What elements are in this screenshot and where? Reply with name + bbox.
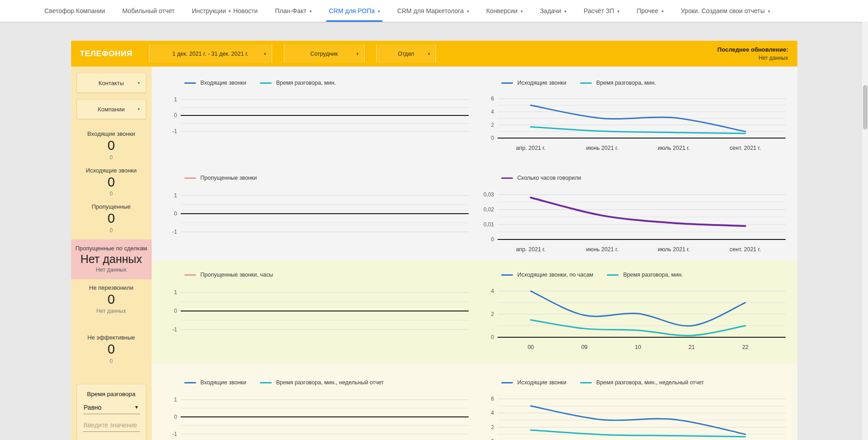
legend-item[interactable]: Входящие звонки xyxy=(184,80,246,86)
talk-time-title: Время разговора xyxy=(83,391,140,397)
chart-legend: Входящие звонкиВремя разговора, мин. xyxy=(184,79,472,86)
metric-sub-value: 0 xyxy=(73,227,150,234)
legend-line-swatch xyxy=(501,382,513,383)
svg-text:2: 2 xyxy=(491,122,494,128)
companies-filter[interactable]: Компании ▾ xyxy=(77,99,146,119)
tab-5[interactable]: CRM для Маркетолога▾ xyxy=(397,0,469,22)
legend-label: Пропущенные звонки xyxy=(201,175,257,181)
svg-text:0: 0 xyxy=(174,210,177,217)
svg-text:09: 09 xyxy=(581,344,587,350)
tab-2[interactable]: Инструкции + Новости xyxy=(192,0,258,22)
svg-text:-1: -1 xyxy=(172,431,177,437)
svg-text:1: 1 xyxy=(174,96,177,103)
tab-9[interactable]: Прочее▾ xyxy=(637,0,664,22)
talk-time-operator-select[interactable]: Равно ▼ xyxy=(83,397,140,414)
svg-text:4: 4 xyxy=(491,288,494,294)
legend-label: Время разговора, мин., недельный отчет xyxy=(276,379,384,386)
legend-line-swatch xyxy=(607,274,619,276)
hours-talked-monthly-chart: Сколько часов говорили0,030,020,010апр. … xyxy=(480,174,789,255)
incoming-calls-weekly-chart: Входящие звонкиВремя разговора, мин., не… xyxy=(163,379,472,440)
legend-line-swatch xyxy=(580,82,592,84)
chart-legend: Исходящие звонкиВремя разговора, мин., н… xyxy=(501,379,789,386)
missed-calls-monthly-chart: Пропущенные звонки10-1 xyxy=(163,174,472,255)
chart-legend: Сколько часов говорили xyxy=(501,174,789,182)
legend-line-swatch xyxy=(501,177,513,179)
metric-label: Не перезвонили xyxy=(73,284,150,291)
tab-6[interactable]: Конверсии▾ xyxy=(486,0,523,22)
metric-sub-value: Нет данных xyxy=(73,308,150,314)
metric-block-2: Пропущенные00 xyxy=(71,198,152,235)
svg-text:апр. 2021 г.: апр. 2021 г. xyxy=(516,145,545,151)
metric-value: Нет данных xyxy=(73,252,150,267)
incoming-calls-monthly-chart: Входящие звонкиВремя разговора, мин.10-1 xyxy=(163,79,472,153)
svg-text:-1: -1 xyxy=(172,128,177,134)
chevron-down-icon: ▾ xyxy=(467,8,469,14)
vertical-scrollbar[interactable] xyxy=(862,22,868,440)
metric-value: 0 xyxy=(73,291,150,308)
contacts-filter[interactable]: Контакты ▾ xyxy=(77,73,146,93)
legend-item[interactable]: Пропущенные звонки xyxy=(184,175,257,181)
metric-value: 0 xyxy=(73,210,150,227)
chevron-down-icon: ▾ xyxy=(138,81,140,85)
legend-item[interactable]: Время разговора, мин. xyxy=(580,80,656,86)
scrollbar-thumb[interactable] xyxy=(863,85,868,129)
svg-text:4: 4 xyxy=(491,109,494,115)
legend-item[interactable]: Входящие звонки xyxy=(184,379,246,386)
tab-label: CRM для РОПа xyxy=(329,7,374,14)
chevron-down-icon: ▾ xyxy=(356,52,359,56)
chart-legend: Входящие звонкиВремя разговора, мин., не… xyxy=(184,379,472,386)
tab-4[interactable]: CRM для РОПа▾ xyxy=(329,0,380,22)
svg-text:0,01: 0,01 xyxy=(483,221,494,228)
tab-label: Расчёт ЗП xyxy=(584,7,614,14)
talk-time-value-input[interactable] xyxy=(83,420,140,432)
tab-1[interactable]: Мобильный отчет xyxy=(122,0,174,22)
svg-text:0: 0 xyxy=(491,236,494,243)
tab-label: Мобильный отчет xyxy=(122,7,174,14)
tab-label: CRM для Маркетолога xyxy=(397,7,464,14)
tab-8[interactable]: Расчёт ЗП▾ xyxy=(584,0,619,22)
filters-sidebar: Контакты ▾ Компании ▾ Входящие звонки00И… xyxy=(71,67,152,440)
chevron-down-icon: ▾ xyxy=(662,8,664,14)
svg-text:0: 0 xyxy=(174,112,177,119)
legend-item[interactable]: Исходящие звонки xyxy=(501,379,566,386)
legend-item[interactable]: Сколько часов говорили xyxy=(501,175,581,181)
employee-filter-value: Сотрудник xyxy=(310,51,338,57)
legend-label: Исходящие звонки xyxy=(518,379,566,386)
svg-text:сент. 2021 г.: сент. 2021 г. xyxy=(729,145,761,151)
department-filter[interactable]: Отдел ▾ xyxy=(376,44,436,63)
svg-text:0: 0 xyxy=(491,135,494,141)
legend-item[interactable]: Время разговора, мин., недельный отчет xyxy=(580,379,704,386)
tab-label: Конверсии xyxy=(486,7,518,14)
employee-filter[interactable]: Сотрудник ▾ xyxy=(284,44,364,63)
report-tabs-bar: Светофор КомпанииМобильный отчетИнструкц… xyxy=(0,0,868,22)
outgoing-calls-monthly-chart: Исходящие звонкиВремя разговора, мин.642… xyxy=(480,79,789,153)
legend-item[interactable]: Время разговора, мин. xyxy=(260,80,336,86)
legend-label: Время разговора, мин., недельный отчет xyxy=(596,379,704,386)
legend-item[interactable]: Время разговора, мин. xyxy=(607,272,683,278)
legend-item[interactable]: Время разговора, мин., недельный отчет xyxy=(260,379,384,386)
svg-text:июнь 2021 г.: июнь 2021 г. xyxy=(586,246,618,253)
svg-text:сент. 2021 г.: сент. 2021 г. xyxy=(729,246,761,253)
tab-0[interactable]: Светофор Компании xyxy=(44,0,105,22)
svg-text:1: 1 xyxy=(174,289,177,296)
chart-plot: 4200009102122 xyxy=(480,282,789,353)
svg-text:-1: -1 xyxy=(172,229,177,235)
chart-plot: 10-1 xyxy=(163,390,472,440)
outgoing-calls-by-hour-chart: Исходящие звонки, по часамВремя разговор… xyxy=(480,271,789,353)
date-range-filter[interactable]: 1 дек. 2021 г. - 31 дек. 2021 г. ▾ xyxy=(149,44,272,63)
tab-7[interactable]: Задачи▾ xyxy=(540,0,566,22)
talk-time-operator-value: Равно xyxy=(84,404,102,411)
page-background: ТЕЛЕФОНИЯ 1 дек. 2021 г. - 31 дек. 2021 … xyxy=(0,22,868,440)
tab-3[interactable]: План-Факт▾ xyxy=(275,0,312,22)
legend-label: Исходящие звонки xyxy=(518,80,566,86)
monthly-charts-section: Входящие звонкиВремя разговора, мин.10-1… xyxy=(152,67,797,260)
svg-text:1: 1 xyxy=(174,192,177,199)
svg-text:0: 0 xyxy=(491,438,494,440)
tab-10[interactable]: Уроки. Создаем свои отчеты▾ xyxy=(681,0,770,22)
legend-item[interactable]: Исходящие звонки xyxy=(501,80,566,86)
legend-item[interactable]: Исходящие звонки, по часам xyxy=(501,272,594,278)
svg-text:21: 21 xyxy=(688,344,695,350)
metric-block-3: Пропущенные по сделкамНет данныхНет данн… xyxy=(71,239,152,279)
legend-item[interactable]: Пропущенные звонки, часы xyxy=(184,272,273,278)
metric-block-1: Исходящие звонки00 xyxy=(71,162,152,199)
